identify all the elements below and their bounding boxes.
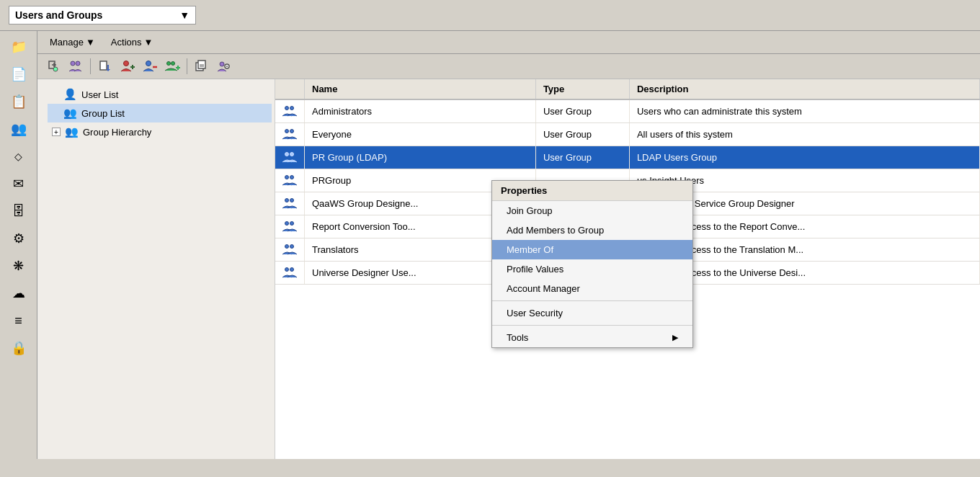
tree-item-group-hierarchy[interactable]: + 👥 Group Hierarchy (48, 122, 272, 141)
context-menu-tools[interactable]: Tools ▶ (492, 328, 692, 347)
sidebar-list-icon[interactable]: ≡ (6, 308, 32, 334)
account-management-icon[interactable] (214, 56, 234, 76)
export-icon[interactable] (192, 56, 212, 76)
sidebar-settings-icon[interactable]: ⚙ (6, 226, 32, 251)
row-type: User Group (535, 146, 629, 169)
context-menu-join-group[interactable]: Join Group (492, 201, 692, 220)
users-groups-dropdown[interactable]: Users and Groups ▼ (9, 6, 196, 24)
svg-point-15 (172, 62, 175, 66)
account-manager-label: Account Manager (507, 283, 580, 294)
tree-item-user-list[interactable]: 👤 User List (48, 85, 272, 104)
expand-icon[interactable]: + (52, 128, 61, 136)
context-menu-sep-1 (492, 300, 692, 301)
svg-point-27 (285, 130, 289, 133)
group-add-icon[interactable] (162, 56, 182, 76)
svg-point-26 (290, 107, 294, 110)
svg-point-29 (285, 153, 289, 156)
main-panels: 👤 User List 👥 Group List + 👥 Group Hiera… (37, 79, 980, 459)
context-menu-header: Properties (492, 181, 692, 201)
table-row[interactable]: PR Group (LDAP)User GroupLDAP Users Grou… (275, 146, 980, 169)
sidebar-security-icon[interactable]: 🔒 (6, 335, 32, 361)
svg-point-31 (285, 176, 289, 179)
row-icon (275, 215, 305, 239)
new-users-icon[interactable] (66, 56, 86, 76)
add-user-icon[interactable] (117, 56, 138, 76)
content-area: Manage ▼ Actions ▼ (37, 31, 980, 459)
member-of-label: Member Of (507, 244, 553, 255)
tree-item-group-hierarchy-label: Group Hierarchy (83, 127, 151, 138)
toolbar-separator-2 (187, 58, 187, 74)
context-menu-profile-values[interactable]: Profile Values (492, 259, 692, 279)
row-description: Users who can administrate this system (629, 99, 979, 123)
tree-item-group-list[interactable]: 👥 Group List (48, 104, 272, 122)
tree-item-group-list-label: Group List (81, 108, 125, 119)
group-hierarchy-icon: 👥 (65, 125, 79, 138)
row-type: User Group (535, 123, 629, 146)
th-icon (275, 79, 305, 99)
svg-point-33 (285, 199, 289, 202)
context-menu-sep-2 (492, 325, 692, 326)
svg-point-34 (290, 199, 294, 202)
top-bar: Users and Groups ▼ (0, 0, 980, 30)
row-description: LDAP Users Group (629, 146, 979, 169)
sidebar-icons-panel: 📁 📄 📋 👥 ◇ ✉ 🗄 ⚙ ❋ ☁ ≡ 🔒 (0, 31, 37, 459)
svg-point-3 (53, 67, 58, 71)
th-type[interactable]: Type (535, 79, 629, 99)
row-type: User Group (535, 99, 629, 123)
sidebar-cloud-icon[interactable]: ☁ (6, 280, 32, 306)
context-menu-account-manager[interactable]: Account Manager (492, 279, 692, 298)
sidebar-users-icon[interactable]: 👥 (6, 116, 32, 142)
toolbar-separator-1 (90, 58, 91, 74)
sidebar-doc2-icon[interactable]: 📋 (6, 89, 32, 115)
new-icon[interactable] (43, 56, 63, 76)
tools-label: Tools (507, 332, 528, 343)
svg-point-22 (220, 62, 224, 66)
profile-values-label: Profile Values (507, 264, 564, 275)
svg-point-39 (285, 268, 289, 272)
row-icon (275, 99, 305, 123)
svg-point-35 (285, 222, 289, 226)
th-name[interactable]: Name (305, 79, 536, 99)
context-menu-user-security[interactable]: User Security (492, 303, 692, 323)
dropdown-label: Users and Groups (15, 9, 102, 21)
row-name: Administrators (305, 99, 536, 123)
svg-point-37 (285, 245, 289, 249)
sidebar-mail-icon[interactable]: ✉ (6, 171, 32, 197)
remove-user-icon[interactable] (140, 56, 160, 76)
row-icon (275, 192, 305, 215)
table-row[interactable]: AdministratorsUser GroupUsers who can ad… (275, 99, 980, 123)
manage-menu-button[interactable]: Manage ▼ (43, 34, 102, 50)
row-icon (275, 146, 305, 169)
row-description: All users of this system (629, 123, 979, 146)
svg-point-38 (290, 245, 294, 249)
sidebar-folder-icon[interactable]: 📁 (6, 34, 32, 60)
actions-label: Actions (111, 37, 142, 48)
svg-point-25 (285, 107, 289, 110)
table-header-row: Name Type Description (275, 79, 980, 99)
sidebar-db-icon[interactable]: 🗄 (6, 198, 32, 224)
context-menu-add-members[interactable]: Add Members to Group (492, 220, 692, 240)
svg-point-28 (290, 130, 294, 133)
sidebar-doc-icon[interactable]: 📄 (6, 61, 32, 87)
main-container: 📁 📄 📋 👥 ◇ ✉ 🗄 ⚙ ❋ ☁ ≡ 🔒 Manage ▼ Actions… (0, 30, 980, 459)
group-list-icon: 👥 (63, 107, 77, 120)
table-row[interactable]: EveryoneUser GroupAll users of this syst… (275, 123, 980, 146)
row-icon (275, 262, 305, 285)
dropdown-arrow-icon: ▼ (179, 9, 190, 21)
nav-tree-panel: 👤 User List 👥 Group List + 👥 Group Hiera… (37, 79, 275, 459)
tree-item-user-list-label: User List (81, 89, 118, 100)
import-icon[interactable] (95, 56, 115, 76)
context-menu: Properties Join Group Add Members to Gro… (491, 180, 693, 348)
sidebar-code-icon[interactable]: ◇ (6, 143, 32, 169)
svg-point-4 (71, 61, 75, 66)
manage-arrow-icon: ▼ (86, 37, 95, 48)
row-icon (275, 169, 305, 192)
user-security-label: User Security (507, 308, 563, 318)
submenu-arrow-icon: ▶ (672, 333, 678, 342)
user-list-icon: 👤 (63, 88, 77, 101)
context-menu-member-of[interactable]: Member Of (492, 240, 692, 259)
right-panel: Name Type Description AdministratorsUser… (275, 79, 980, 459)
sidebar-layers-icon[interactable]: ❋ (6, 253, 32, 279)
actions-menu-button[interactable]: Actions ▼ (104, 34, 160, 50)
th-description[interactable]: Description (629, 79, 979, 99)
